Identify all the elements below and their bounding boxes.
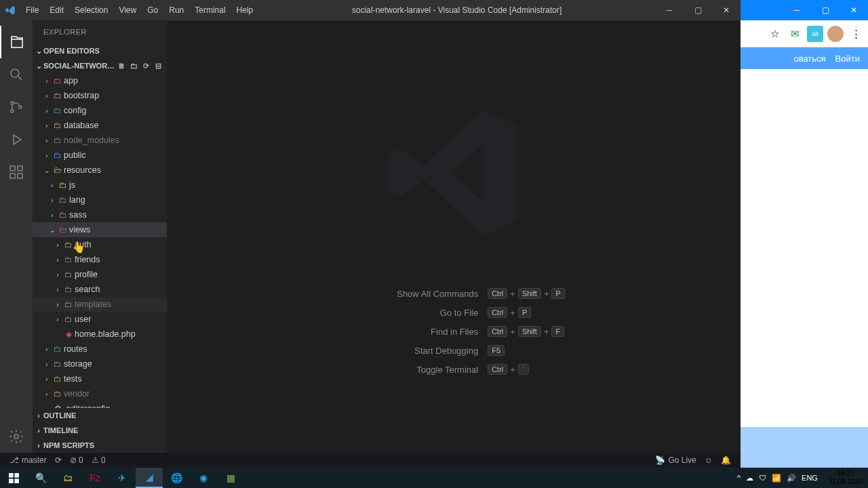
explorer-header: EXPLORER [33, 20, 167, 43]
debug-icon[interactable] [0, 123, 33, 156]
telegram-icon[interactable]: ✈ [108, 468, 136, 488]
app-icon-2[interactable]: ▦ [217, 468, 244, 488]
tree-item-profile[interactable]: ›🗀profile [33, 267, 167, 282]
tray-icon[interactable]: ENG [799, 474, 821, 482]
menu-icon[interactable]: ⋮ [848, 26, 864, 42]
browser-content [741, 69, 868, 427]
menu-edit[interactable]: Edit [44, 0, 69, 20]
tray-icon[interactable]: 🛡 [756, 474, 769, 482]
nav-link[interactable]: Войти [835, 54, 860, 64]
tray-icon[interactable]: ☁ [743, 474, 756, 483]
tray-icon[interactable]: ^ [734, 474, 743, 482]
tree-item-views[interactable]: ⌄🗁views [33, 222, 167, 237]
tree-item-tests[interactable]: ›🗀tests [33, 371, 167, 386]
feedback-icon[interactable]: ☺ [701, 455, 717, 465]
explorer-icon[interactable] [0, 26, 33, 58]
tree-item-public[interactable]: ›🗀public [33, 148, 167, 163]
npm-scripts-section[interactable]: ›NPM SCRIPTS [33, 438, 167, 453]
app-icon-1[interactable]: ◉ [190, 468, 217, 488]
menu-file[interactable]: File [20, 0, 44, 20]
notifications-icon[interactable]: 🔔 [717, 455, 735, 465]
svg-point-2 [11, 110, 14, 113]
activity-bar [0, 20, 33, 453]
browser-maximize-button[interactable]: ▢ [811, 5, 840, 15]
tree-item-vendor[interactable]: ›🗀vendor [33, 386, 167, 401]
browser-close-button[interactable]: ✕ [840, 5, 868, 15]
settings-icon[interactable] [0, 420, 33, 453]
maximize-button[interactable]: ▢ [684, 0, 712, 20]
tray-icon[interactable]: 🔊 [784, 474, 799, 483]
svg-point-3 [19, 106, 22, 108]
chrome-icon[interactable]: 🌐 [163, 468, 190, 488]
timeline-section[interactable]: ›TIMELINE [33, 423, 167, 438]
tree-item-templates[interactable]: ›🗀templates [33, 297, 167, 312]
new-folder-icon[interactable]: 🗀 [127, 62, 140, 70]
start-button[interactable] [0, 468, 27, 488]
shortcut-row: Go to FileCtrl+P [342, 307, 565, 318]
menu-go[interactable]: Go [142, 0, 163, 20]
svg-rect-4 [10, 166, 15, 171]
tree-item-config[interactable]: ›🗀config [33, 103, 167, 118]
file-tree[interactable]: ›🗀app›🗀bootstrap›🗀config›🗀database›🗀node… [33, 73, 167, 408]
shortcut-row: Show All CommandsCtrl+Shift+P [342, 288, 565, 299]
tree-item-user[interactable]: ›🗀user [33, 312, 167, 327]
tree-item-auth[interactable]: ›🗀auth [33, 237, 167, 252]
open-editors-section[interactable]: ⌄OPEN EDITORS [33, 43, 167, 58]
tree-item-home-blade-php[interactable]: ◈home.blade.php [33, 327, 167, 342]
errors-count[interactable]: ⊘ 0 [66, 455, 87, 465]
tree-item-sass[interactable]: ›🗀sass [33, 207, 167, 222]
menu-view[interactable]: View [113, 0, 142, 20]
taskbar-search-icon[interactable]: 🔍 [27, 468, 54, 488]
mail-icon[interactable]: ✉ [787, 26, 803, 42]
extension-icon[interactable]: alt [807, 26, 823, 42]
outline-section[interactable]: ›OUTLINE [33, 408, 167, 423]
sync-button[interactable]: ⟳ [51, 455, 66, 465]
tree-item-routes[interactable]: ›🗀routes [33, 342, 167, 357]
tree-item-storage[interactable]: ›🗀storage [33, 357, 167, 371]
close-button[interactable]: ✕ [712, 0, 741, 20]
tree-item-js[interactable]: ›🗀js [33, 178, 167, 192]
taskbar-clock[interactable]: 14:2231.05.2020 [823, 470, 868, 486]
shortcut-row: Find in FilesCtrl+Shift+F [342, 326, 565, 337]
svg-rect-9 [9, 473, 14, 478]
tree-item-app[interactable]: ›🗀app [33, 73, 167, 88]
tree-item-database[interactable]: ›🗀database [33, 118, 167, 133]
explorer-taskbar-icon[interactable]: 🗂 [54, 468, 81, 488]
sidebar: EXPLORER ⌄OPEN EDITORS ⌄SOCIAL-NETWORK-L… [33, 20, 167, 453]
titlebar: FileEditSelectionViewGoRunTerminalHelp s… [0, 0, 741, 20]
vscode-taskbar-icon[interactable]: ◢ [136, 468, 163, 488]
refresh-icon[interactable]: ⟳ [140, 62, 152, 70]
tree-item-friends[interactable]: ›🗀friends [33, 252, 167, 267]
menu-terminal[interactable]: Terminal [189, 0, 231, 20]
collapse-icon[interactable]: ⊟ [152, 62, 164, 70]
minimize-button[interactable]: ─ [655, 0, 684, 20]
svg-rect-11 [9, 479, 14, 483]
nav-link[interactable]: оваться [793, 54, 825, 64]
tree-item-node_modules[interactable]: ›🗀node_modules [33, 133, 167, 148]
avatar-icon[interactable] [827, 26, 844, 42]
tree-item-lang[interactable]: ›🗀lang [33, 192, 167, 207]
svg-rect-7 [18, 174, 22, 178]
browser-titlebar: ─ ▢ ✕ [741, 0, 868, 20]
source-control-icon[interactable] [0, 91, 33, 123]
star-icon[interactable]: ☆ [766, 26, 783, 42]
filezilla-icon[interactable]: Fz [81, 468, 108, 488]
project-section[interactable]: ⌄SOCIAL-NETWORK-LA... 🗎 🗀 ⟳ ⊟ [33, 58, 167, 73]
tree-item--editorconfig[interactable]: ⚙.editorconfig [33, 401, 167, 408]
new-file-icon[interactable]: 🗎 [115, 62, 127, 70]
extensions-icon[interactable] [0, 156, 33, 188]
menu-run[interactable]: Run [163, 0, 189, 20]
browser-minimize-button[interactable]: ─ [783, 5, 811, 15]
warnings-count[interactable]: ⚠ 0 [87, 455, 110, 465]
tree-item-bootstrap[interactable]: ›🗀bootstrap [33, 88, 167, 103]
tray-icon[interactable]: 📶 [769, 474, 784, 483]
system-tray[interactable]: ^☁🛡📶🔊ENG [732, 474, 823, 483]
shortcut-row: Start DebuggingF5 [342, 345, 565, 356]
menu-selection[interactable]: Selection [69, 0, 113, 20]
go-live-button[interactable]: 📡Go Live [651, 455, 700, 465]
git-branch[interactable]: ⎇master [5, 455, 51, 465]
search-icon[interactable] [0, 58, 33, 91]
tree-item-resources[interactable]: ⌄🗁resources [33, 163, 167, 178]
menu-help[interactable]: Help [231, 0, 259, 20]
tree-item-search[interactable]: ›🗀search [33, 282, 167, 297]
